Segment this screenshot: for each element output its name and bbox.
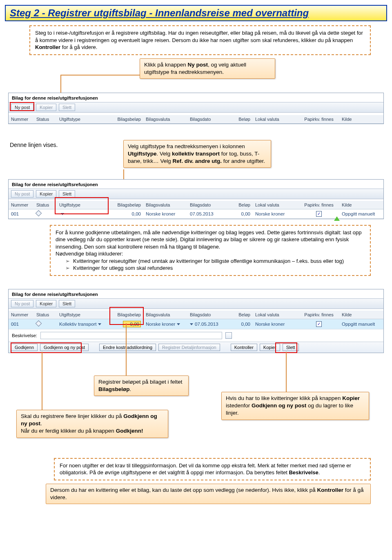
intro-box: Steg to i reise-/utgiftsrefusjon er å re… [29,25,371,55]
papirkv-checkbox[interactable]: ✓ [316,321,322,327]
utgiftstype-dropdown[interactable] [57,210,107,218]
col-pap: Papirkv. finnes [298,115,339,123]
callout-kopier: Hvis du har to like kvitteringer klikk p… [221,392,369,420]
nypost-button[interactable]: Ny post [11,300,33,307]
kopier-button[interactable]: Kopier [36,190,56,198]
slett-button[interactable]: Slett [59,104,75,111]
reg-detalj-button[interactable]: Registrer Detaljinformasjon [158,344,220,351]
arrow-up-icon [334,216,340,221]
tillegg-box: For noen utgifter er det krav til tilleg… [54,458,371,480]
col-bval: Bilagsvaluta [143,115,187,123]
dato-dropdown[interactable]: 07.05.2013 [187,320,227,328]
beskrivelse-input[interactable] [40,332,222,339]
callout-belop: Registrer beløpet på bilaget i feltet Bi… [94,376,189,396]
page-title: Steg 2 - Registrer utgiftsbilag - Innenl… [5,5,387,21]
status-icon [36,210,42,217]
slett-button-2[interactable]: Slett [283,344,299,351]
col-bdt: Bilagsdato [187,115,227,123]
col-kld: Kilde [339,115,383,123]
beskrivelse-label: Beskrivelse: [12,333,37,338]
kvitt-box: For å kunne godkjenne utbetalingen, må a… [50,225,371,276]
papirkv-checkbox[interactable]: ✓ [316,211,322,217]
kopier-button[interactable]: Kopier [36,300,56,307]
section-title-2: Bilag for denne reise/utgiftsrefusjonen [9,180,383,189]
godkjenn-ny-button[interactable]: Godkjenn og ny post [40,344,89,351]
section-title-3: Bilag for denne reise/utgiftsrefusjonen [9,289,383,298]
nypost-button[interactable]: Ny post [11,104,33,111]
kontroller-button[interactable]: Kontroller [231,344,257,351]
callout-utgiftstype: Velg utgiftstype fra nedtrekksmenyen i k… [123,140,271,168]
slett-button[interactable]: Slett [59,300,75,307]
denne-label: Denne linjen vises. [10,142,58,148]
callout-nypost: Klikk på knappen Ny post, og velg aktuel… [140,58,275,79]
valuta-dropdown[interactable]: Norske kroner [143,320,187,328]
vedlegg-box: Dersom du har en kvittering eller et bil… [46,484,371,504]
slett-button[interactable]: Slett [59,190,75,198]
col-status: Status [34,115,57,123]
col-lval: Lokal valuta [253,115,298,123]
callout-godkjenn: Skal du registrere flere linjer klikker … [16,410,168,438]
endre-kostnad-button[interactable]: Endre kostnadstilordning [99,344,156,351]
table-row[interactable]: 001 0,00 Norske kroner 07.05.2013 0,00 N… [9,209,383,219]
col-utg: Utgiftstype [57,115,107,123]
utgiftstype-dropdown[interactable]: Kollektiv transport [57,320,107,328]
table-row[interactable]: 001 Kollektiv transport 0,00 Norske kron… [9,319,383,329]
beskrivelse-expand-icon[interactable] [225,332,232,339]
col-bel: Beløp [227,115,253,123]
kopier-button-2[interactable]: Kopier [260,344,280,351]
col-nummer: Nummer [9,115,34,123]
section-title: Bilag for denne reise/utgiftsrefusjonen [9,93,383,102]
godkjenn-button[interactable]: Godkjenn [11,344,38,351]
status-icon [36,320,42,327]
kopier-button[interactable]: Kopier [36,104,56,111]
col-bbel: Bilagsbeløp [107,115,143,123]
nypost-button[interactable]: Ny post [11,190,33,198]
